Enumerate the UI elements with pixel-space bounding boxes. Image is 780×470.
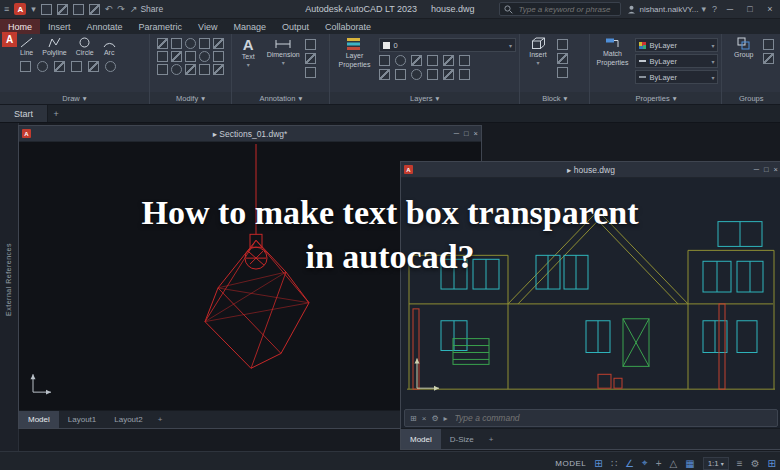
search-box[interactable]: [499, 2, 621, 16]
lineweight-select[interactable]: ByLayer ▾: [635, 54, 718, 68]
file-tab-start[interactable]: Start: [0, 105, 48, 122]
doc-minimize-button[interactable]: ─: [754, 165, 759, 174]
add-layout-button[interactable]: +: [152, 411, 169, 428]
panel-label-modify[interactable]: Modify ▾: [150, 92, 231, 104]
add-layout-button[interactable]: +: [483, 429, 500, 449]
panel-label-annotation[interactable]: Annotation ▾: [232, 92, 329, 104]
command-line[interactable]: ⊞ × ⚙ ▸: [404, 409, 778, 427]
tool-icon[interactable]: [395, 69, 406, 80]
tool-icon[interactable]: [443, 69, 454, 80]
search-input[interactable]: [516, 4, 616, 15]
tool-icon[interactable]: [427, 69, 438, 80]
tool-icon[interactable]: [199, 38, 210, 49]
maximize-button[interactable]: □: [743, 4, 757, 14]
tool-icon[interactable]: [305, 53, 316, 64]
tool-icon[interactable]: [213, 38, 224, 49]
redo-icon[interactable]: ↷: [117, 5, 125, 14]
tool-icon[interactable]: [105, 61, 116, 72]
tool-icon[interactable]: [171, 51, 182, 62]
share-button[interactable]: ↗ Share: [130, 4, 163, 14]
layer-select[interactable]: 0 ▾: [379, 38, 516, 52]
tab-layout2[interactable]: Layout2: [105, 411, 151, 428]
polar-tracking-icon[interactable]: ∠: [625, 458, 634, 469]
panel-label-draw[interactable]: Draw ▾: [0, 92, 149, 104]
workspace-switching-icon[interactable]: ≡: [737, 458, 743, 469]
customization-icon[interactable]: ⚙: [751, 458, 760, 469]
annotation-scale-button[interactable]: 1:1 ▾: [703, 457, 729, 470]
logo-caret-icon[interactable]: ▾: [31, 5, 36, 14]
tab-model[interactable]: Model: [401, 429, 441, 449]
arc-tool[interactable]: Arc: [103, 37, 116, 56]
tool-icon[interactable]: [305, 39, 316, 50]
tool-icon[interactable]: [171, 38, 182, 49]
qat-new-icon[interactable]: [41, 4, 52, 15]
house-window-titlebar[interactable]: A ▸ house.dwg ─ □ ×: [401, 162, 780, 178]
qat-plot-icon[interactable]: [89, 4, 100, 15]
tool-icon[interactable]: [443, 55, 454, 66]
tool-icon[interactable]: [379, 55, 390, 66]
help-icon[interactable]: ?: [712, 5, 717, 14]
doc-minimize-button[interactable]: ─: [454, 129, 459, 138]
panel-label-properties[interactable]: Properties ▾: [590, 92, 721, 104]
tool-icon[interactable]: [763, 39, 774, 50]
model-space-label[interactable]: MODEL: [555, 459, 586, 468]
doc-maximize-button[interactable]: □: [464, 129, 469, 138]
tool-icon[interactable]: [213, 51, 224, 62]
external-references-palette[interactable]: External References: [0, 123, 19, 451]
user-account-button[interactable]: nishant.naikVY... ▾: [627, 5, 706, 14]
doc-maximize-button[interactable]: □: [764, 165, 769, 174]
layer-properties-tool[interactable]: Layer Properties: [333, 37, 375, 92]
object-snap-icon[interactable]: ⌖: [642, 457, 648, 469]
tab-collaborate[interactable]: Collaborate: [317, 19, 379, 34]
tool-icon[interactable]: [199, 51, 210, 62]
command-close-icon[interactable]: ×: [422, 414, 427, 423]
tool-icon[interactable]: [763, 53, 774, 64]
command-input[interactable]: [453, 412, 772, 424]
tool-icon[interactable]: [395, 55, 406, 66]
undo-icon[interactable]: ↶: [105, 5, 113, 14]
tab-view[interactable]: View: [190, 19, 225, 34]
tool-icon[interactable]: [459, 69, 470, 80]
tool-icon[interactable]: [157, 64, 168, 75]
tool-icon[interactable]: [379, 69, 390, 80]
isometric-drafting-icon[interactable]: △: [670, 458, 678, 469]
tool-icon[interactable]: [557, 39, 568, 50]
tab-layout1[interactable]: Layout1: [59, 411, 105, 428]
tool-icon[interactable]: [157, 51, 168, 62]
dimension-tool[interactable]: Dimension ▾: [265, 37, 301, 92]
tool-icon[interactable]: [199, 64, 210, 75]
tool-icon[interactable]: [213, 64, 224, 75]
doc-close-button[interactable]: ×: [474, 129, 478, 138]
circle-tool[interactable]: Circle: [76, 37, 94, 56]
ortho-mode-icon[interactable]: +: [656, 458, 662, 469]
isolate-objects-icon[interactable]: ⊞: [768, 458, 776, 469]
qat-open-icon[interactable]: [57, 4, 68, 15]
insert-block-tool[interactable]: Insert ▾: [523, 37, 553, 92]
command-grid-icon[interactable]: ⊞: [410, 414, 417, 423]
tool-icon[interactable]: [185, 64, 196, 75]
group-tool[interactable]: Group: [729, 37, 759, 92]
house-viewport[interactable]: [401, 178, 780, 408]
command-customize-icon[interactable]: ⚙: [431, 414, 438, 423]
tool-icon[interactable]: [411, 69, 422, 80]
object-color-select[interactable]: ByLayer ▾: [635, 38, 718, 52]
annotation-visibility-icon[interactable]: ▦: [685, 458, 694, 469]
tool-icon[interactable]: [71, 61, 82, 72]
new-drawing-tab-button[interactable]: +: [48, 105, 64, 122]
match-properties-tool[interactable]: Match Properties: [593, 37, 631, 92]
tool-icon[interactable]: [185, 51, 196, 62]
tool-icon[interactable]: [305, 67, 316, 78]
tool-icon[interactable]: [54, 61, 65, 72]
grid-display-icon[interactable]: ⊞: [594, 458, 602, 469]
autocad-logo-icon[interactable]: A: [14, 3, 26, 15]
tool-icon[interactable]: [557, 53, 568, 64]
tool-icon[interactable]: [20, 61, 31, 72]
tab-insert[interactable]: Insert: [40, 19, 79, 34]
text-tool[interactable]: A Text ▾: [235, 37, 261, 92]
tool-icon[interactable]: [459, 55, 470, 66]
polyline-tool[interactable]: Polyline: [42, 37, 67, 56]
tab-d-size[interactable]: D-Size: [441, 429, 483, 449]
tool-icon[interactable]: [557, 67, 568, 78]
tool-icon[interactable]: [171, 64, 182, 75]
tool-icon[interactable]: [88, 61, 99, 72]
